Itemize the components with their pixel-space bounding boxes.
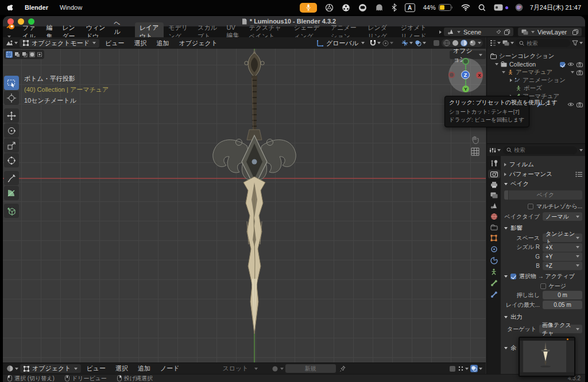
- browse-material-icon[interactable]: [272, 365, 278, 372]
- ortho-grid-icon[interactable]: [471, 147, 479, 156]
- xray-toggle[interactable]: [433, 40, 440, 46]
- properties-editor-button[interactable]: [489, 147, 501, 154]
- tool-box-select[interactable]: [4, 76, 19, 90]
- space-dropdown[interactable]: タンジェント: [543, 233, 582, 242]
- tab-scene-icon[interactable]: [490, 202, 498, 209]
- outliner-row-scene-collection[interactable]: シーンコレクション: [490, 52, 583, 60]
- node-object-selector[interactable]: オブジェクト: [20, 364, 81, 373]
- menubar-clock[interactable]: 7月24日(木) 21:47: [530, 3, 581, 12]
- node-editor-type-button[interactable]: [6, 365, 18, 372]
- apple-menu-icon[interactable]: [7, 3, 14, 12]
- tab-constraints-icon[interactable]: [490, 245, 498, 253]
- tool-transform[interactable]: [4, 153, 19, 167]
- proportional-editing-toggle[interactable]: [382, 40, 393, 46]
- tab-collection-icon[interactable]: [490, 224, 498, 231]
- select-mode-set-icon[interactable]: [6, 51, 13, 58]
- swizzle-b-dropdown[interactable]: +Z: [543, 262, 582, 270]
- controller-status-icon[interactable]: [342, 3, 350, 12]
- tool-add-primitive[interactable]: [4, 204, 19, 218]
- panel-performance[interactable]: パフォーマンス: [504, 169, 582, 179]
- select-mode-extend-icon[interactable]: [14, 52, 20, 57]
- collection-expand-icon[interactable]: [495, 63, 498, 65]
- tab-world-icon[interactable]: [490, 213, 498, 220]
- viewlayer-selector[interactable]: ViewLayer: [518, 28, 582, 36]
- select-mode-intersect-icon[interactable]: [37, 52, 42, 57]
- bluetooth-icon[interactable]: [392, 3, 397, 11]
- sword-model[interactable]: [206, 49, 303, 336]
- node-menu-node[interactable]: ノード: [156, 364, 184, 373]
- swizzle-r-dropdown[interactable]: +X: [543, 243, 582, 252]
- tab-physics-icon[interactable]: [490, 257, 498, 264]
- viewport-3d[interactable]: ボトム・平行投影 (40) Collection | アーマチュア 10センチメ…: [3, 49, 486, 362]
- camera-icon[interactable]: [577, 102, 583, 107]
- menubar-app-name[interactable]: Blender: [25, 4, 48, 11]
- animation-expand-icon[interactable]: [510, 79, 512, 82]
- outliner-row-armature[interactable]: アーマチュア: [490, 68, 583, 76]
- cage-checkbox[interactable]: [540, 283, 546, 289]
- shading-rendered-button[interactable]: [469, 40, 476, 46]
- outliner-editor-button[interactable]: [489, 40, 501, 46]
- panel-film[interactable]: フィルム: [504, 159, 582, 169]
- mode-selector[interactable]: オブジェクトモード: [20, 39, 99, 48]
- bake-button[interactable]: ベイク: [509, 190, 582, 200]
- navigation-gizmo[interactable]: X Y Z: [448, 58, 483, 92]
- snapping-toggle[interactable]: [370, 40, 381, 46]
- outliner-row-animation[interactable]: アニメーション: [490, 76, 583, 84]
- outliner-display-mode-button[interactable]: [502, 40, 514, 46]
- overlays-toggle[interactable]: [415, 40, 426, 46]
- screenshot-preview-thumbnail[interactable]: [519, 337, 575, 377]
- battery-icon[interactable]: [439, 4, 453, 11]
- shading-wireframe-button[interactable]: [443, 40, 450, 46]
- collection-checkbox[interactable]: [560, 62, 565, 67]
- tab-bone-constraint-icon[interactable]: [490, 291, 498, 298]
- pin-toggle-icon[interactable]: [340, 365, 346, 372]
- node-menu-select[interactable]: 選択: [111, 364, 132, 373]
- panel-bake[interactable]: ベイク: [504, 179, 582, 189]
- node-menu-view[interactable]: ビュー: [83, 364, 110, 373]
- wifi-icon[interactable]: [461, 4, 470, 11]
- viewport-menu-object[interactable]: オブジェクト: [175, 39, 222, 48]
- transform-orientation-selector[interactable]: グローバル: [314, 39, 368, 48]
- editor-type-button[interactable]: [6, 40, 18, 47]
- siri-icon[interactable]: [515, 3, 523, 11]
- extrusion-field[interactable]: 0 m: [543, 291, 582, 299]
- preset-list-icon[interactable]: [575, 171, 582, 177]
- tool-move[interactable]: [4, 108, 19, 123]
- copy-scene-icon[interactable]: [504, 29, 510, 35]
- spotlight-search-icon[interactable]: [478, 4, 486, 11]
- swizzle-g-dropdown[interactable]: +Y: [543, 252, 582, 261]
- wheel-status-icon[interactable]: [325, 3, 334, 12]
- properties-search[interactable]: [503, 146, 577, 154]
- line-app-status-icon[interactable]: [358, 3, 367, 12]
- bake-button-left-segment[interactable]: [504, 190, 509, 200]
- bake-type-dropdown[interactable]: ノーマル: [543, 212, 582, 221]
- scene-selector[interactable]: Scene: [444, 28, 513, 36]
- copy-viewlayer-icon[interactable]: [572, 29, 578, 35]
- tool-scale[interactable]: [4, 138, 19, 153]
- outliner-search[interactable]: [516, 39, 570, 47]
- camera-icon[interactable]: [577, 70, 583, 75]
- outliner-row-pose[interactable]: ポーズ: [490, 84, 583, 92]
- viewport-menu-view[interactable]: ビュー: [101, 39, 129, 48]
- eye-icon[interactable]: [567, 62, 574, 67]
- node-proportional-toggle[interactable]: [458, 365, 469, 372]
- input-source-badge[interactable]: A: [405, 3, 415, 12]
- tab-output-icon[interactable]: [490, 181, 498, 188]
- mic-indicator[interactable]: [300, 3, 317, 13]
- selected-to-active-checkbox[interactable]: [510, 274, 516, 279]
- tab-render-icon[interactable]: [488, 170, 500, 178]
- target-dropdown[interactable]: 画像テクスチャ: [539, 325, 582, 333]
- outliner-search-input[interactable]: [527, 40, 567, 46]
- gizmos-toggle[interactable]: [401, 40, 413, 46]
- menubar-window-menu[interactable]: Window: [60, 4, 82, 11]
- tab-object-data-icon[interactable]: [490, 268, 497, 275]
- select-mode-subtract-icon[interactable]: [22, 52, 28, 57]
- workspace-overflow-icon[interactable]: [439, 30, 442, 34]
- pan-hand-icon[interactable]: [471, 136, 479, 144]
- outliner-row-collection[interactable]: Collection: [490, 60, 583, 68]
- new-material-button[interactable]: 新規: [285, 364, 336, 373]
- properties-options-icon[interactable]: [579, 149, 583, 151]
- node-overlay-toggle[interactable]: [470, 365, 482, 372]
- viewport-menu-add[interactable]: 追加: [153, 39, 173, 48]
- node-menu-add[interactable]: 追加: [134, 364, 154, 373]
